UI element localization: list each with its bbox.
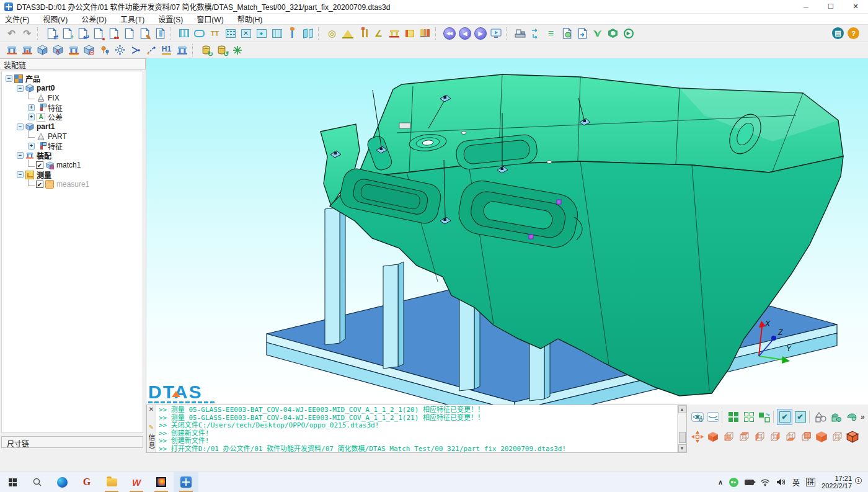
taskbar-photos-button[interactable] [149,472,174,492]
wireframe-view-button[interactable] [829,429,844,445]
doc-add-button[interactable]: + [59,26,74,41]
hexagon-button[interactable] [605,26,621,41]
expand-toggle[interactable]: − [17,152,24,159]
overflow-button[interactable]: » [861,413,865,421]
step-back-button[interactable]: ◀ [457,26,472,41]
undo-button[interactable]: ↶ [4,26,19,41]
grid-rotate-button[interactable] [756,409,772,425]
clamp-measure-button[interactable] [66,43,81,58]
shapes-solid-button[interactable] [828,409,844,425]
ime-indicator[interactable]: 拼 [806,478,815,486]
tree-item-part0[interactable]: − part0 [2,84,143,94]
mesh-feature-button[interactable] [269,26,285,41]
expand-toggle[interactable]: + [28,114,35,120]
menu-help[interactable]: 帮助(H) [237,14,263,24]
doc-swap-button[interactable]: ⇄ [43,26,59,41]
wechat-tray-icon[interactable] [729,478,738,487]
verify-mode-button[interactable]: ✔ [777,409,792,425]
front-view-button[interactable] [720,429,736,445]
go-first-button[interactable]: ◀◀ [441,26,457,41]
rotate-body-a-button[interactable]: ↻ [198,43,214,58]
tree-item-measure1[interactable]: ✔ measure1 [2,180,143,190]
expand-toggle[interactable]: − [6,75,12,82]
shapes-outline-button[interactable] [813,409,828,425]
scroll-down-button[interactable]: ▼ [678,444,686,452]
menu-file[interactable]: 文件(F) [5,14,29,24]
clamp-a-button[interactable] [4,43,19,58]
step-forward-button[interactable]: ▶ [472,26,488,41]
cube-annotate-button[interactable]: A [50,43,66,58]
taskbar-edge-button[interactable] [50,472,74,492]
axis-triad[interactable]: X Z Y [749,318,801,372]
taskbar-explorer-button[interactable] [99,472,124,492]
menu-view[interactable]: 视图(V) [43,14,68,24]
feature-tag[interactable] [399,123,410,128]
tree-item-product[interactable]: − 产品 [2,74,143,84]
console-info-tab[interactable]: 信息 [146,434,156,450]
node-network-button[interactable] [112,43,128,58]
clamp-b-button[interactable] [19,43,35,58]
circle-feature-button[interactable]: ● [254,26,269,41]
help-button[interactable]: ? [848,27,859,39]
pin-measure-button[interactable] [285,26,300,41]
machine-button[interactable] [512,26,528,41]
menu-tolerance[interactable]: 公差(D) [81,14,107,24]
console-close-button[interactable]: ✕ [149,405,154,414]
taskbar-wps-button[interactable]: W [124,472,149,492]
half-section-button[interactable] [844,409,859,425]
console-edit-icon[interactable]: ✎ [149,423,154,431]
console-scrollbar[interactable]: ▲ ▼ [677,405,686,452]
tray-expand-chevron[interactable]: ∧ [718,478,723,486]
cube-part-button[interactable] [35,43,50,58]
h1-dimension-button[interactable]: H1 [159,43,174,58]
bottom-view-button[interactable] [782,429,798,445]
verify-all-button[interactable]: ✔ [792,409,808,425]
cone-tolerance-button[interactable] [340,26,355,41]
doc-image-button[interactable] [90,26,105,41]
clock[interactable]: 17:21 2022/2/17 [822,475,852,490]
tree-item-measure[interactable]: − 测量 [2,170,143,180]
tree-item-part1[interactable]: − part1 [2,122,143,132]
expand-toggle[interactable]: − [17,123,24,130]
doc-plain-button[interactable] [121,26,136,41]
point-cloud-feature-button[interactable] [223,26,238,41]
expand-toggle[interactable]: + [28,104,35,111]
doc-export-button[interactable] [574,26,590,41]
shaded-view-button[interactable] [813,429,829,445]
recorder-tray-icon[interactable] [745,480,754,485]
taskbar-browser-button[interactable]: G [74,472,99,492]
assembly-tolerance-button[interactable] [386,26,402,41]
cross-feature-button[interactable]: ✕ [238,26,254,41]
speaker-icon[interactable] [776,478,786,486]
cube-remove-button[interactable] [81,43,97,58]
iso-view-button[interactable] [705,429,720,445]
doc-edit-button[interactable]: ✎ [136,26,152,41]
measure1-checkbox[interactable]: ✔ [36,181,43,188]
grid-outline-button[interactable] [741,409,756,425]
run-analysis-button[interactable]: ▶ [621,26,636,41]
pin-pair-feature-button[interactable]: TT [207,26,223,41]
double-plane-button[interactable] [300,26,316,41]
menu-window[interactable]: 窗口(W) [197,14,223,24]
tree-item-match1[interactable]: ✔ match1 [2,161,143,171]
3d-viewport[interactable]: DTAS X Z Y [146,58,868,405]
zoom-visibility-button[interactable] [689,409,705,425]
menu-tools[interactable]: 工具(T) [120,14,144,24]
taskbar-search-button[interactable] [25,472,50,492]
stack-button[interactable]: ≡ [543,26,559,41]
pin-tolerance-button[interactable] [355,26,371,41]
taskbar-dtas-button[interactable] [174,472,198,492]
dashed-vector-button[interactable] [143,43,159,58]
menu-settings[interactable]: 设置(S) [158,14,183,24]
explode-button[interactable] [229,43,245,58]
expand-toggle[interactable]: + [28,143,35,150]
locator-points-button[interactable] [97,43,112,58]
rotate-body-b-button[interactable]: ↻ [214,43,229,58]
close-button[interactable]: ✕ [843,0,868,13]
match1-checkbox[interactable]: ✔ [36,161,43,169]
expand-toggle[interactable]: − [17,171,24,178]
left-view-button[interactable] [751,429,767,445]
wifi-icon[interactable] [760,478,770,486]
doc-history-button[interactable] [559,26,574,41]
tree-item-fix[interactable]: FIX [2,93,143,103]
